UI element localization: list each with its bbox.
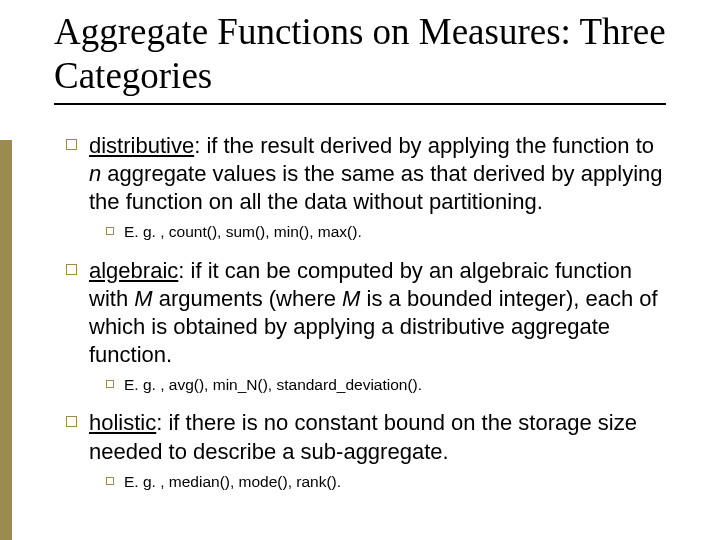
term-holistic: holistic (89, 410, 156, 435)
italic-n: n (89, 161, 101, 186)
example-text: E. g. , median(), mode(), rank(). (124, 472, 341, 492)
list-item: distributive: if the result derived by a… (66, 132, 666, 216)
item-text: distributive: if the result derived by a… (89, 132, 666, 216)
example-text: E. g. , avg(), min_N(), standard_deviati… (124, 375, 422, 395)
bullet-icon (106, 477, 114, 485)
sub-item: E. g. , count(), sum(), min(), max(). (106, 222, 666, 242)
sub-item: E. g. , median(), mode(), rank(). (106, 472, 666, 492)
bullet-icon (66, 416, 77, 427)
colon: : (178, 258, 190, 283)
body-part: arguments (where (153, 286, 343, 311)
bullet-icon (106, 380, 114, 388)
body-part: aggregate values is the same as that der… (89, 161, 663, 214)
body-part: if the result derived by applying the fu… (206, 133, 654, 158)
example-text: E. g. , count(), sum(), min(), max(). (124, 222, 362, 242)
italic-m: M (134, 286, 152, 311)
bullet-icon (66, 264, 77, 275)
title-block: Aggregate Functions on Measures: Three C… (54, 10, 666, 105)
item-text: holistic: if there is no constant bound … (89, 409, 666, 465)
list-item: algebraic: if it can be computed by an a… (66, 257, 666, 370)
accent-bar (0, 140, 12, 540)
colon: : (194, 133, 206, 158)
bullet-icon (66, 139, 77, 150)
slide-title: Aggregate Functions on Measures: Three C… (54, 10, 666, 103)
title-underline (54, 103, 666, 105)
italic-m: M (342, 286, 360, 311)
list-item: holistic: if there is no constant bound … (66, 409, 666, 465)
term-algebraic: algebraic (89, 258, 178, 283)
item-text: algebraic: if it can be computed by an a… (89, 257, 666, 370)
slide-body: distributive: if the result derived by a… (66, 132, 666, 506)
term-distributive: distributive (89, 133, 194, 158)
slide: Aggregate Functions on Measures: Three C… (0, 0, 720, 540)
bullet-icon (106, 227, 114, 235)
colon: : (156, 410, 168, 435)
body-part: if there is no constant bound on the sto… (89, 410, 637, 463)
sub-item: E. g. , avg(), min_N(), standard_deviati… (106, 375, 666, 395)
